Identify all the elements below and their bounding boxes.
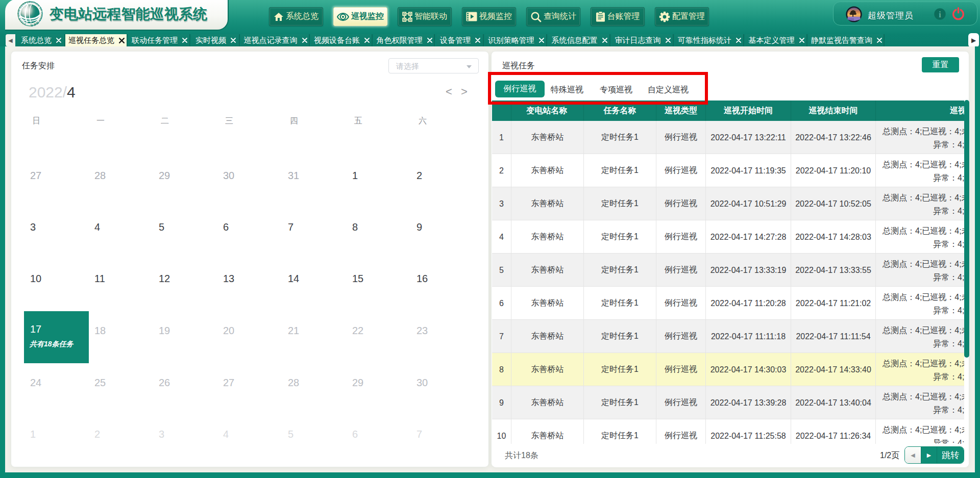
svg-text:i: i: [939, 10, 941, 19]
